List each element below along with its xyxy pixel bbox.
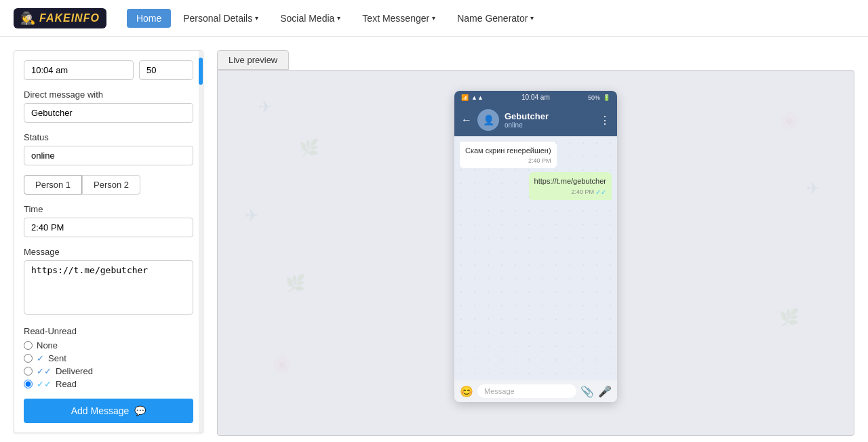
contact-status: online — [505, 121, 594, 129]
message-group: Message https://t.me/gebutcher — [24, 247, 193, 317]
radio-none[interactable] — [24, 341, 33, 350]
chat-body: Скам скрин генерейшен) 2:40 PM https://t… — [454, 136, 617, 380]
top-row: 10:04 am 50 — [24, 60, 193, 80]
emoji-icon: 😊 — [460, 385, 473, 398]
signal-icons: 📶 ▲▲ — [461, 94, 484, 101]
radio-none-item[interactable]: None — [24, 340, 193, 350]
read-unread-group: Read-Unread None ✓ Sent ✓✓ Delivered — [24, 326, 193, 389]
deco-icon: ✈ — [806, 179, 820, 198]
nav-text-messenger[interactable]: Text Messenger ▾ — [353, 9, 445, 28]
nav-social-media[interactable]: Social Media ▾ — [271, 9, 350, 28]
battery-input[interactable]: 50 — [139, 60, 193, 80]
status-group: Status — [24, 132, 193, 165]
message-time: 2:40 PM ✓✓ — [534, 188, 606, 196]
dm-group: Direct message with — [24, 89, 193, 123]
chevron-down-icon: ▾ — [337, 14, 340, 22]
message-text: https://t.me/gebutcher — [534, 176, 606, 186]
message-time-input[interactable] — [24, 218, 193, 237]
read-unread-label: Read-Unread — [24, 326, 193, 336]
nav-name-generator[interactable]: Name Generator ▾ — [448, 9, 543, 28]
preview-container: ✈ 🌿 ✈ 🌿 🌸 ✈ 🌿 🌸 📶 ▲▲ 10:04 am 50% — [217, 70, 854, 436]
mic-icon: 🎤 — [598, 385, 612, 398]
battery-icon: 🔋 — [603, 94, 610, 101]
deco-icon: ✈ — [245, 206, 258, 225]
radio-read[interactable] — [24, 380, 33, 388]
chat-header: ← 👤 Gebutcher online ⋮ — [454, 104, 617, 136]
contact-info: Gebutcher online — [505, 111, 594, 129]
chat-input-bar: 😊 Message 📎 🎤 — [454, 380, 617, 402]
main-content: 10:04 am 50 Direct message with Status P… — [0, 37, 868, 442]
time-input[interactable]: 10:04 am — [24, 60, 134, 80]
message-textarea[interactable]: https://t.me/gebutcher — [24, 260, 193, 315]
person2-tab[interactable]: Person 2 — [82, 175, 140, 195]
message-label: Message — [24, 247, 193, 257]
avatar: 👤 — [477, 109, 499, 131]
battery-icons: 50% 🔋 — [588, 94, 610, 101]
person-tabs: Person 1 Person 2 — [24, 175, 193, 195]
attach-icon: 📎 — [580, 385, 594, 398]
nav-personal-details[interactable]: Personal Details ▾ — [174, 9, 268, 28]
radio-delivered-item[interactable]: ✓✓ Delivered — [24, 366, 193, 376]
live-preview-tab: Live preview — [217, 50, 289, 70]
time-group: Time — [24, 204, 193, 237]
dm-label: Direct message with — [24, 89, 193, 100]
message-time: 2:40 PM — [465, 157, 551, 164]
deco-icon: 🌿 — [779, 308, 800, 327]
right-panel: Live preview ✈ 🌿 ✈ 🌿 🌸 ✈ 🌿 🌸 📶 ▲▲ 10:04 … — [217, 50, 854, 436]
read-tick-icon: ✓✓ — [595, 188, 606, 196]
message-text: Скам скрин генерейшен) — [465, 146, 551, 156]
signal-icon: ▲▲ — [471, 94, 484, 101]
chevron-down-icon: ▾ — [530, 14, 534, 22]
status-label: Status — [24, 132, 193, 142]
avatar-placeholder: 👤 — [483, 115, 494, 125]
chevron-down-icon: ▾ — [432, 14, 435, 22]
status-time: 10:04 am — [521, 94, 550, 101]
battery-text: 50% — [588, 94, 600, 101]
status-input[interactable] — [24, 146, 193, 165]
message-received: Скам скрин генерейшен) 2:40 PM — [460, 142, 557, 168]
deco-icon: 🌿 — [299, 138, 319, 157]
navbar: 🕵 FAKEINFO Home Personal Details ▾ Socia… — [0, 0, 868, 37]
chat-bubble-icon: 💬 — [134, 405, 146, 416]
form-panel: 10:04 am 50 Direct message with Status P… — [14, 50, 203, 433]
brand-icon: 🕵 — [20, 11, 35, 26]
deco-icon: 🌸 — [779, 111, 800, 130]
radio-delivered[interactable] — [24, 367, 33, 376]
radio-sent[interactable] — [24, 354, 33, 363]
radio-read-item[interactable]: ✓✓ Read — [24, 379, 193, 389]
more-icon: ⋮ — [599, 114, 610, 127]
person1-tab[interactable]: Person 1 — [24, 175, 82, 195]
deco-icon: ✈ — [258, 98, 272, 117]
chat-input-placeholder: Message — [477, 384, 576, 398]
chevron-down-icon: ▾ — [255, 14, 258, 22]
nav-home[interactable]: Home — [127, 9, 171, 28]
add-message-button[interactable]: Add Message 💬 — [24, 399, 193, 423]
contact-name: Gebutcher — [505, 111, 594, 121]
nav-items: Home Personal Details ▾ Social Media ▾ T… — [127, 9, 544, 28]
left-panel: 10:04 am 50 Direct message with Status P… — [14, 50, 203, 436]
back-arrow-icon: ← — [461, 114, 472, 126]
wifi-icon: 📶 — [461, 94, 469, 101]
phone-status-bar: 📶 ▲▲ 10:04 am 50% 🔋 — [454, 91, 617, 104]
dm-input[interactable] — [24, 103, 193, 123]
deco-icon: 🌸 — [272, 355, 292, 374]
brand-logo: 🕵 FAKEINFO — [14, 8, 106, 28]
time-label: Time — [24, 204, 193, 214]
phone-mockup: 📶 ▲▲ 10:04 am 50% 🔋 ← 👤 — [454, 91, 617, 402]
radio-sent-item[interactable]: ✓ Sent — [24, 353, 193, 363]
deco-icon: 🌿 — [285, 274, 306, 293]
brand-text: FAKEINFO — [39, 12, 100, 24]
message-sent: https://t.me/gebutcher 2:40 PM ✓✓ — [529, 172, 612, 199]
